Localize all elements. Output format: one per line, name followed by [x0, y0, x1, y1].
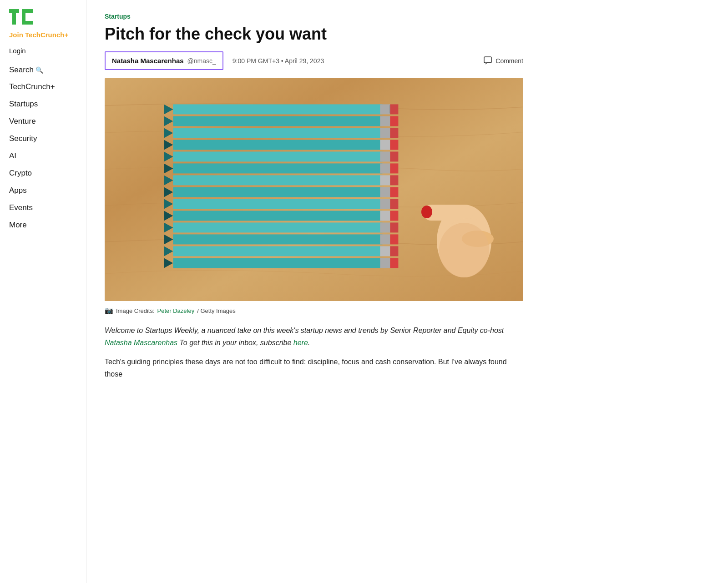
- svg-marker-10: [164, 116, 173, 126]
- svg-rect-11: [173, 116, 382, 126]
- main-content: Startups Pitch for the check you want Na…: [86, 0, 541, 583]
- svg-rect-23: [173, 152, 382, 162]
- svg-rect-19: [173, 140, 382, 150]
- logo-container: Join TechCrunch+: [9, 9, 77, 39]
- article-intro-paragraph: Welcome to Startups Weekly, a nuanced ta…: [105, 325, 523, 349]
- svg-rect-39: [173, 199, 382, 209]
- svg-rect-52: [380, 235, 390, 245]
- article-body-subscribe: To get this in your inbox, subscribe: [180, 339, 293, 347]
- sidebar-item-apps[interactable]: Apps: [9, 182, 77, 199]
- techcrunch-logo[interactable]: [9, 9, 33, 28]
- article-body: Welcome to Startups Weekly, a nuanced ta…: [105, 325, 523, 380]
- image-credits-prefix: Image Credits:: [116, 307, 155, 314]
- image-credits-suffix: / Getty Images: [197, 307, 236, 314]
- login-link[interactable]: Login: [9, 47, 77, 55]
- svg-rect-20: [380, 140, 390, 150]
- sidebar-item-venture[interactable]: Venture: [9, 113, 77, 130]
- svg-marker-5: [164, 105, 173, 115]
- svg-marker-18: [164, 140, 173, 150]
- article-body-here-link[interactable]: here: [293, 339, 308, 347]
- svg-rect-60: [380, 258, 390, 268]
- sidebar-item-events[interactable]: Events: [9, 199, 77, 216]
- svg-rect-59: [173, 258, 382, 268]
- svg-rect-12: [380, 116, 390, 126]
- right-margin: [541, 0, 596, 583]
- svg-rect-25: [390, 152, 398, 162]
- svg-rect-55: [173, 246, 382, 256]
- author-info-box: Natasha Mascarenhas @nmasc_: [105, 51, 223, 70]
- author-handle: @nmasc_: [187, 57, 216, 65]
- svg-rect-41: [390, 199, 398, 209]
- svg-marker-38: [164, 199, 173, 209]
- svg-rect-31: [173, 176, 382, 186]
- svg-rect-57: [390, 246, 398, 256]
- article-image: [105, 78, 523, 301]
- sidebar-item-startups[interactable]: Startups: [9, 95, 77, 113]
- svg-rect-61: [390, 258, 398, 268]
- svg-rect-56: [380, 246, 390, 256]
- svg-rect-9: [390, 105, 398, 115]
- svg-rect-44: [380, 211, 390, 221]
- svg-point-64: [421, 206, 432, 218]
- search-icon: 🔍: [35, 66, 43, 74]
- article-body-author-link[interactable]: Natasha Mascarenhas: [105, 339, 177, 347]
- svg-rect-32: [380, 176, 390, 186]
- svg-rect-29: [390, 164, 398, 174]
- search-link[interactable]: Search 🔍: [9, 62, 77, 78]
- sidebar-item-techcrunch-plus[interactable]: TechCrunch+: [9, 78, 77, 95]
- comment-label: Comment: [495, 57, 523, 65]
- author-name[interactable]: Natasha Mascarenhas: [112, 57, 184, 65]
- svg-rect-2: [22, 13, 25, 21]
- svg-rect-53: [390, 235, 398, 245]
- image-credits-author-link[interactable]: Peter Dazeley: [157, 307, 195, 314]
- article-body-period: .: [308, 339, 310, 347]
- comment-icon: [484, 56, 493, 65]
- svg-rect-35: [173, 187, 382, 197]
- svg-rect-51: [173, 235, 382, 245]
- svg-rect-21: [390, 140, 398, 150]
- svg-rect-6: [173, 105, 382, 115]
- svg-rect-40: [380, 199, 390, 209]
- svg-rect-15: [173, 128, 382, 138]
- author-bar: Natasha Mascarenhas @nmasc_ 9:00 PM GMT+…: [105, 51, 523, 70]
- comment-button[interactable]: Comment: [484, 56, 523, 65]
- article-image-container: [105, 78, 523, 301]
- sidebar: Join TechCrunch+ Login Search 🔍 TechCrun…: [0, 0, 86, 583]
- svg-marker-46: [164, 223, 173, 233]
- svg-rect-45: [390, 211, 398, 221]
- svg-marker-26: [164, 164, 173, 174]
- svg-rect-7: [380, 105, 390, 115]
- svg-rect-1: [12, 13, 16, 25]
- svg-marker-34: [164, 187, 173, 197]
- svg-marker-54: [164, 246, 173, 256]
- camera-icon: 📷: [105, 307, 113, 315]
- svg-rect-3: [484, 57, 491, 63]
- article-timestamp: 9:00 PM GMT+3 • April 29, 2023: [233, 57, 324, 65]
- svg-rect-36: [380, 187, 390, 197]
- article-body-paragraph2: Tech's guiding principles these days are…: [105, 356, 523, 380]
- svg-rect-33: [390, 176, 398, 186]
- svg-rect-48: [380, 223, 390, 233]
- svg-rect-37: [390, 187, 398, 197]
- article-category[interactable]: Startups: [105, 13, 523, 20]
- sidebar-item-ai[interactable]: AI: [9, 147, 77, 165]
- svg-rect-17: [390, 128, 398, 138]
- svg-marker-42: [164, 211, 173, 221]
- article-meta: 9:00 PM GMT+3 • April 29, 2023: [223, 57, 324, 65]
- join-button[interactable]: Join TechCrunch+: [9, 31, 77, 39]
- svg-point-67: [439, 223, 489, 277]
- sidebar-item-more[interactable]: More: [9, 216, 77, 234]
- svg-rect-47: [173, 223, 382, 233]
- svg-marker-58: [164, 258, 173, 268]
- svg-rect-16: [380, 128, 390, 138]
- image-credits: 📷 Image Credits: Peter Dazeley / Getty I…: [105, 307, 523, 315]
- article-title: Pitch for the check you want: [105, 25, 523, 43]
- svg-marker-14: [164, 128, 173, 138]
- svg-rect-27: [173, 164, 382, 174]
- svg-rect-28: [380, 164, 390, 174]
- svg-marker-22: [164, 152, 173, 162]
- svg-marker-30: [164, 176, 173, 186]
- svg-rect-13: [390, 116, 398, 126]
- sidebar-item-crypto[interactable]: Crypto: [9, 165, 77, 182]
- sidebar-item-security[interactable]: Security: [9, 130, 77, 147]
